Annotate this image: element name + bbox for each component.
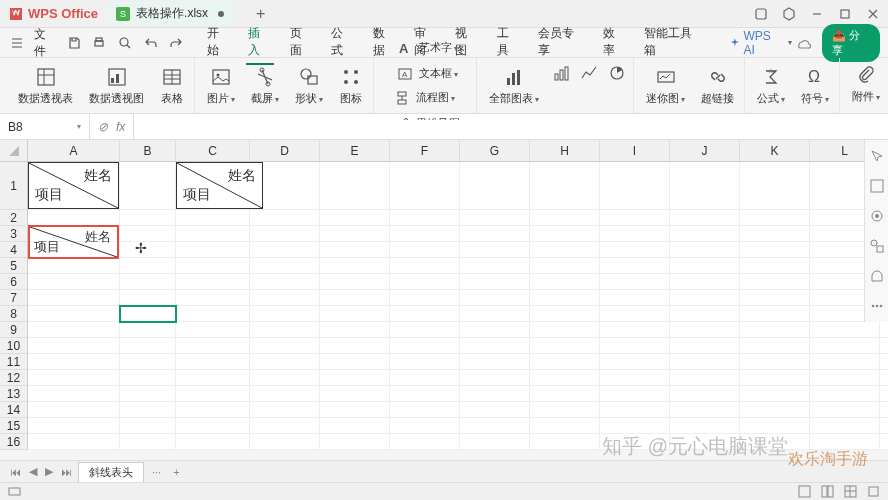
icon-button[interactable]: 图标 (335, 63, 367, 108)
cell-H10[interactable] (530, 338, 600, 354)
view-pagebreak-icon[interactable] (844, 485, 857, 498)
cell-H5[interactable] (530, 258, 600, 274)
row-header-11[interactable]: 11 (0, 354, 28, 370)
cell-I3[interactable] (600, 226, 670, 242)
tab-nav-last[interactable]: ⏭ (57, 466, 76, 478)
minimize-button[interactable] (810, 7, 824, 21)
cell-F1[interactable] (390, 162, 460, 210)
cell-D14[interactable] (250, 402, 320, 418)
cell-A13[interactable] (28, 386, 120, 402)
cell-G7[interactable] (460, 290, 530, 306)
cell-G14[interactable] (460, 402, 530, 418)
cell-A10[interactable] (28, 338, 120, 354)
cell-J10[interactable] (670, 338, 740, 354)
cell-H2[interactable] (530, 210, 600, 226)
cell-L15[interactable] (810, 418, 880, 434)
cell-I6[interactable] (600, 274, 670, 290)
cell-L9[interactable] (810, 322, 880, 338)
file-menu[interactable]: 文件 (34, 26, 57, 60)
pivot-table-button[interactable]: 数据透视表 (14, 63, 77, 108)
cell-B12[interactable] (120, 370, 176, 386)
cell-D15[interactable] (250, 418, 320, 434)
cell-K13[interactable] (740, 386, 810, 402)
row-header-13[interactable]: 13 (0, 386, 28, 402)
col-header-H[interactable]: H (530, 140, 600, 162)
cell-K7[interactable] (740, 290, 810, 306)
cell-H15[interactable] (530, 418, 600, 434)
cell-F10[interactable] (390, 338, 460, 354)
side-select-icon[interactable] (869, 148, 885, 164)
cell-E5[interactable] (320, 258, 390, 274)
cell-F7[interactable] (390, 290, 460, 306)
cell-H16[interactable] (530, 434, 600, 450)
cell-A8[interactable] (28, 306, 120, 322)
row-header-6[interactable]: 6 (0, 274, 28, 290)
app-icon-1[interactable] (754, 7, 768, 21)
cell-G11[interactable] (460, 354, 530, 370)
cell-L14[interactable] (810, 402, 880, 418)
row-header-16[interactable]: 16 (0, 434, 28, 450)
cell-L10[interactable] (810, 338, 880, 354)
redo-icon[interactable] (167, 34, 185, 52)
row-header-8[interactable]: 8 (0, 306, 28, 322)
close-button[interactable] (866, 7, 880, 21)
cell-J2[interactable] (670, 210, 740, 226)
cell-D2[interactable] (250, 210, 320, 226)
cell-E15[interactable] (320, 418, 390, 434)
cell-K6[interactable] (740, 274, 810, 290)
tab-nav-prev[interactable]: ◀ (25, 465, 41, 478)
cell-H3[interactable] (530, 226, 600, 242)
cell-G1[interactable] (460, 162, 530, 210)
cell-K10[interactable] (740, 338, 810, 354)
bar-chart-icon[interactable] (551, 63, 571, 83)
cell-M13[interactable] (880, 386, 888, 402)
cell-G4[interactable] (460, 242, 530, 258)
cell-E10[interactable] (320, 338, 390, 354)
row-header-7[interactable]: 7 (0, 290, 28, 306)
cell-E16[interactable] (320, 434, 390, 450)
pie-chart-icon[interactable] (607, 63, 627, 83)
cell-I5[interactable] (600, 258, 670, 274)
cell-G8[interactable] (460, 306, 530, 322)
cell-E7[interactable] (320, 290, 390, 306)
tab-nav-next[interactable]: ▶ (41, 465, 57, 478)
cell-I11[interactable] (600, 354, 670, 370)
cell-D13[interactable] (250, 386, 320, 402)
row-header-4[interactable]: 4 (0, 242, 28, 258)
cell-J6[interactable] (670, 274, 740, 290)
line-chart-icon[interactable] (579, 63, 599, 83)
cell-H9[interactable] (530, 322, 600, 338)
cell-J5[interactable] (670, 258, 740, 274)
cell-C5[interactable] (176, 258, 250, 274)
cell-K16[interactable] (740, 434, 810, 450)
cell-J15[interactable] (670, 418, 740, 434)
shape-button[interactable]: 形状▾ (291, 63, 327, 108)
cell-C7[interactable] (176, 290, 250, 306)
row-header-2[interactable]: 2 (0, 210, 28, 226)
cell-A16[interactable] (28, 434, 120, 450)
row-header-3[interactable]: 3 (0, 226, 28, 242)
cell-G2[interactable] (460, 210, 530, 226)
cell-M15[interactable] (880, 418, 888, 434)
cell-E4[interactable] (320, 242, 390, 258)
cell-E9[interactable] (320, 322, 390, 338)
cell-H6[interactable] (530, 274, 600, 290)
col-header-F[interactable]: F (390, 140, 460, 162)
col-header-B[interactable]: B (120, 140, 176, 162)
cell-C14[interactable] (176, 402, 250, 418)
cell-L12[interactable] (810, 370, 880, 386)
cell-F13[interactable] (390, 386, 460, 402)
cell-F11[interactable] (390, 354, 460, 370)
app-icon-2[interactable] (782, 7, 796, 21)
cell-A15[interactable] (28, 418, 120, 434)
cell-J4[interactable] (670, 242, 740, 258)
cell-H14[interactable] (530, 402, 600, 418)
cell-L16[interactable] (810, 434, 880, 450)
cell-F8[interactable] (390, 306, 460, 322)
cell-I13[interactable] (600, 386, 670, 402)
cell-K5[interactable] (740, 258, 810, 274)
attachment-button[interactable]: 附件▾ (848, 61, 884, 111)
cell-C10[interactable] (176, 338, 250, 354)
cell-J11[interactable] (670, 354, 740, 370)
cell-I10[interactable] (600, 338, 670, 354)
